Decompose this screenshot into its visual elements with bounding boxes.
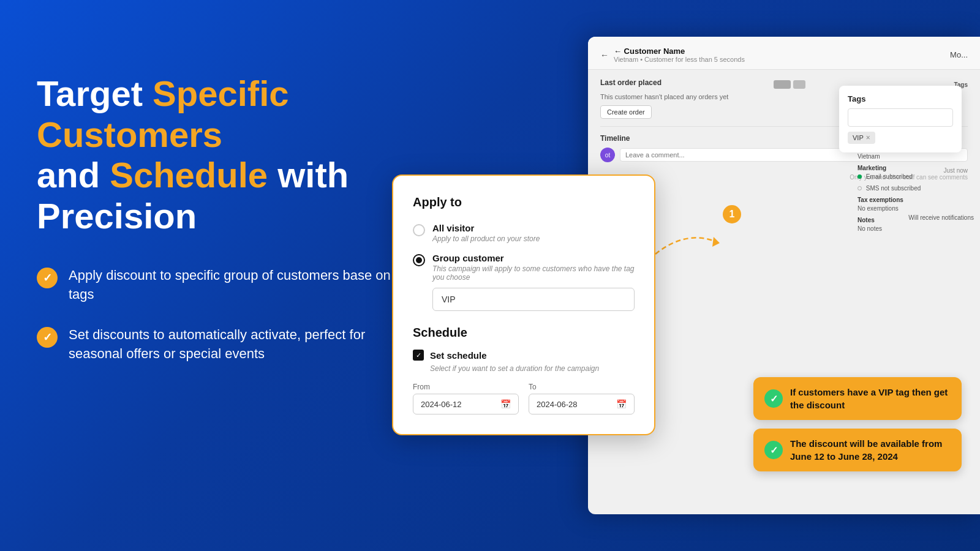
set-schedule-checkbox[interactable]	[413, 350, 424, 361]
notes-value: No notes	[858, 225, 974, 232]
to-calendar-icon: 📅	[616, 399, 627, 409]
feature-text-1: Apply discount to specific group of cust…	[69, 266, 417, 304]
user-avatar: ot	[600, 148, 615, 162]
feature-text-2: Set discounts to automatically activate,…	[69, 326, 417, 364]
tax-label: Tax exemptions	[858, 197, 974, 203]
to-date-value: 2024-06-28	[537, 400, 578, 409]
all-visitor-option[interactable]: All visitor Apply to all product on your…	[413, 223, 635, 243]
feature-item-1: Apply discount to specific group of cust…	[37, 266, 417, 304]
tax-value: No exemptions	[858, 205, 974, 212]
to-label: To	[529, 383, 635, 391]
marketing-label: Marketing	[858, 165, 974, 171]
from-label: From	[413, 383, 519, 391]
set-schedule-label: Set schedule	[430, 350, 487, 361]
tags-widget-title: Tags	[848, 94, 953, 103]
tooltip-check-icon-1: ✓	[764, 389, 783, 408]
schedule-desc: Select if you want to set a duration for…	[430, 364, 635, 373]
tooltip-card-1: ✓ If customers have a VIP tag then get t…	[753, 377, 962, 420]
check-icon-2	[37, 327, 58, 348]
apply-to-card: Apply to All visitor Apply to all produc…	[392, 174, 655, 435]
vip-tag-label: VIP	[853, 134, 864, 141]
feature-list: Apply discount to specific group of cust…	[37, 266, 417, 364]
highlight-specific-customers: Specific Customers	[37, 73, 289, 154]
apply-card-title: Apply to	[413, 195, 635, 209]
tooltip-text-2: The discount will be available from June…	[790, 437, 951, 463]
vip-tag-remove[interactable]: ×	[866, 133, 870, 142]
highlight-schedule: Schedule	[110, 155, 268, 195]
svg-marker-0	[712, 237, 720, 247]
from-calendar-icon: 📅	[500, 399, 511, 409]
group-customer-label: Group customer	[432, 253, 635, 263]
to-date-field: To 2024-06-28 📅	[529, 383, 635, 414]
sms-not-subscribed: SMS not subscribed	[858, 185, 974, 192]
email-subscribed: Email subscribed	[858, 173, 974, 180]
all-visitor-label: All visitor	[432, 223, 540, 233]
feature-item-2: Set discounts to automatically activate,…	[37, 326, 417, 364]
date-row: From 2024-06-12 📅 To 2024-06-28 📅	[413, 383, 635, 414]
tooltip-check-icon-2: ✓	[764, 441, 783, 459]
tooltip-text-1: If customers have a VIP tag then get the…	[790, 386, 951, 411]
customer-name: ← Customer Name	[614, 47, 745, 56]
create-order-button[interactable]: Create order	[600, 105, 652, 119]
from-date-value: 2024-06-12	[421, 400, 462, 409]
check-icon-1	[37, 268, 58, 288]
tooltip-card-2: ✓ The discount will be available from Ju…	[753, 429, 962, 471]
vip-tag: VIP ×	[848, 132, 875, 144]
all-visitor-radio[interactable]	[413, 224, 425, 236]
customer-sub: Vietnam • Customer for less than 5 secon…	[614, 56, 745, 63]
all-visitor-desc: Apply to all product on your store	[432, 234, 540, 243]
main-title: Target Specific Customers and Schedule w…	[37, 73, 417, 237]
tags-input[interactable]	[848, 108, 953, 127]
tooltip-container: ✓ If customers have a VIP tag then get t…	[753, 377, 962, 471]
from-date-field: From 2024-06-12 📅	[413, 383, 519, 414]
group-customer-option[interactable]: Group customer This campaign will apply …	[413, 253, 635, 311]
set-schedule-row[interactable]: Set schedule	[413, 350, 635, 361]
apply-radio-group: All visitor Apply to all product on your…	[413, 223, 635, 311]
step-number-badge: 1	[723, 205, 741, 223]
tags-widget: Tags VIP ×	[839, 86, 962, 152]
notifications-label: Will receive notifications	[908, 214, 974, 221]
group-customer-desc: This campaign will apply to some custome…	[432, 264, 635, 282]
from-date-input[interactable]: 2024-06-12 📅	[413, 394, 519, 414]
schedule-title: Schedule	[413, 326, 635, 340]
last-order-title: Last order placed	[600, 78, 662, 87]
left-section: Target Specific Customers and Schedule w…	[37, 73, 417, 364]
to-date-input[interactable]: 2024-06-28 📅	[529, 394, 635, 414]
vip-tag-input[interactable]	[432, 288, 635, 311]
more-label: Mo...	[950, 50, 968, 59]
shopify-header: ← ← Customer Name Vietnam • Customer for…	[588, 37, 980, 70]
group-customer-radio[interactable]	[413, 254, 425, 266]
dashed-arrow-decoration	[649, 223, 723, 260]
back-arrow-icon[interactable]: ←	[600, 50, 609, 60]
